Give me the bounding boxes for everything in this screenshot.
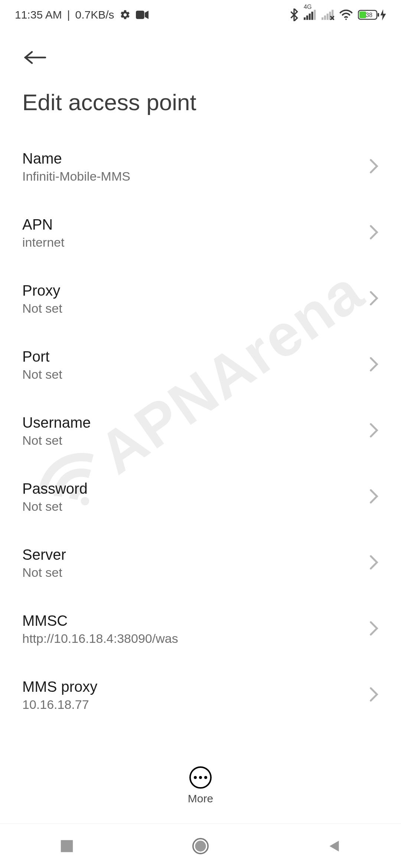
- setting-row-proxy[interactable]: ProxyNot set: [0, 266, 401, 332]
- setting-text: NameInfiniti-Mobile-MMS: [22, 150, 130, 184]
- svg-rect-8: [327, 14, 329, 20]
- setting-label: Password: [22, 480, 88, 497]
- more-label: More: [188, 792, 213, 805]
- svg-rect-14: [378, 13, 379, 17]
- chevron-right-icon: [369, 555, 379, 571]
- svg-rect-3: [309, 14, 311, 20]
- chevron-right-icon: [369, 357, 379, 373]
- setting-text: PortNot set: [22, 348, 62, 382]
- setting-row-port[interactable]: PortNot set: [0, 332, 401, 398]
- settings-list: NameInfiniti-Mobile-MMSAPNinternetProxyN…: [0, 134, 401, 728]
- circle-icon: [192, 838, 209, 854]
- status-left: 11:35 AM | 0.7KB/s: [15, 9, 149, 21]
- system-nav-bar: [0, 823, 401, 868]
- svg-point-19: [195, 841, 206, 851]
- setting-row-apn[interactable]: APNinternet: [0, 200, 401, 266]
- nav-back-button[interactable]: [323, 835, 345, 857]
- setting-label: Name: [22, 150, 130, 167]
- cellular-sim1-icon: 4G: [304, 10, 316, 20]
- setting-text: ServerNot set: [22, 546, 66, 580]
- setting-label: MMS proxy: [22, 678, 97, 695]
- page-title: Edit access point: [0, 78, 401, 134]
- setting-text: MMSChttp://10.16.18.4:38090/was: [22, 612, 178, 646]
- nav-recents-button[interactable]: [56, 835, 78, 857]
- setting-text: PasswordNot set: [22, 480, 88, 514]
- setting-value: http://10.16.18.4:38090/was: [22, 631, 178, 646]
- settings-gear-icon: [120, 9, 131, 20]
- chevron-right-icon: [369, 225, 379, 241]
- triangle-left-icon: [327, 839, 341, 853]
- setting-row-mms-proxy[interactable]: MMS proxy10.16.18.77: [0, 662, 401, 728]
- svg-rect-7: [324, 16, 326, 20]
- svg-rect-0: [136, 11, 144, 19]
- app-bar: [0, 30, 401, 78]
- wifi-icon: [339, 9, 353, 20]
- setting-text: UsernameNot set: [22, 414, 91, 448]
- status-data-speed: 0.7KB/s: [75, 9, 114, 21]
- setting-row-mmsc[interactable]: MMSChttp://10.16.18.4:38090/was: [0, 596, 401, 662]
- bluetooth-icon: [290, 9, 299, 21]
- status-right: 4G 38: [290, 9, 386, 21]
- svg-point-11: [345, 19, 347, 20]
- chevron-right-icon: [369, 423, 379, 439]
- cellular-sim2-icon: [322, 10, 334, 20]
- setting-label: Username: [22, 414, 91, 431]
- status-bar: 11:35 AM | 0.7KB/s 4G 38: [0, 0, 401, 30]
- status-time: 11:35 AM: [15, 9, 62, 21]
- svg-rect-13: [359, 11, 366, 18]
- camera-icon: [136, 10, 149, 20]
- battery-icon: 38: [358, 9, 386, 20]
- setting-label: MMSC: [22, 612, 178, 629]
- svg-rect-1: [304, 17, 306, 20]
- battery-percent-text: 38: [366, 12, 372, 18]
- setting-value: 10.16.18.77: [22, 697, 97, 712]
- chevron-right-icon: [369, 489, 379, 505]
- chevron-right-icon: [369, 159, 379, 175]
- setting-text: MMS proxy10.16.18.77: [22, 678, 97, 712]
- setting-value: Not set: [22, 433, 91, 448]
- setting-value: Not set: [22, 499, 88, 514]
- svg-rect-17: [61, 840, 73, 852]
- setting-row-server[interactable]: ServerNot set: [0, 530, 401, 596]
- svg-rect-2: [306, 16, 308, 20]
- chevron-right-icon: [369, 291, 379, 307]
- setting-text: APNinternet: [22, 216, 64, 250]
- setting-row-name[interactable]: NameInfiniti-Mobile-MMS: [0, 134, 401, 200]
- setting-label: APN: [22, 216, 64, 233]
- square-icon: [60, 839, 74, 853]
- setting-value: Not set: [22, 367, 62, 382]
- charging-bolt-icon: [380, 9, 386, 20]
- svg-rect-6: [322, 17, 323, 20]
- setting-label: Server: [22, 546, 66, 563]
- svg-rect-5: [314, 10, 316, 20]
- overflow-area: More: [0, 766, 401, 805]
- status-separator: |: [67, 9, 70, 21]
- setting-label: Proxy: [22, 282, 62, 299]
- network-type-label: 4G: [304, 4, 312, 10]
- setting-value: Not set: [22, 301, 62, 316]
- back-button[interactable]: [22, 45, 48, 70]
- setting-row-password[interactable]: PasswordNot set: [0, 464, 401, 530]
- arrow-left-icon: [24, 50, 46, 65]
- nav-home-button[interactable]: [189, 835, 212, 857]
- setting-row-username[interactable]: UsernameNot set: [0, 398, 401, 464]
- setting-value: Not set: [22, 565, 66, 580]
- setting-text: ProxyNot set: [22, 282, 62, 316]
- chevron-right-icon: [369, 687, 379, 703]
- more-button[interactable]: [189, 766, 212, 789]
- svg-rect-4: [311, 12, 313, 20]
- setting-value: internet: [22, 235, 64, 250]
- setting-value: Infiniti-Mobile-MMS: [22, 169, 130, 184]
- chevron-right-icon: [369, 621, 379, 637]
- setting-label: Port: [22, 348, 62, 365]
- more-dots-icon: [194, 776, 207, 779]
